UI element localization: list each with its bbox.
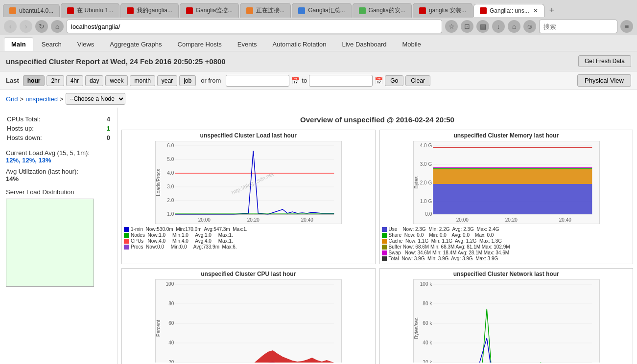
cpus-total-label: CPUs Total: [7, 115, 40, 123]
time-btn-month[interactable]: month [130, 75, 155, 86]
svg-text:20:20: 20:20 [247, 217, 260, 223]
back-button[interactable]: ‹ [4, 20, 17, 33]
bookmark-button[interactable]: ☆ [445, 20, 458, 33]
physical-view-button[interactable]: Physical View [577, 74, 631, 87]
home2-button[interactable]: ⌂ [508, 20, 520, 33]
tab-views[interactable]: Views [70, 37, 101, 51]
time-to-input[interactable] [309, 75, 373, 87]
load-chart-body: 6.0 5.0 4.0 3.0 2.0 1.0 Loads/Procs [122, 141, 375, 224]
svg-text:80: 80 [168, 301, 174, 306]
tab-favicon-4 [246, 7, 253, 14]
go-button[interactable]: Go [385, 75, 403, 86]
browser-tab-3[interactable]: Ganglia监控... [180, 3, 239, 18]
svg-text:100: 100 [166, 281, 174, 287]
svg-marker-34 [433, 168, 592, 169]
legend-color-procs [124, 245, 129, 250]
svg-text:20:20: 20:20 [505, 217, 517, 223]
account-button[interactable]: ☺ [523, 20, 536, 33]
time-btn-4hr[interactable]: 4hr [66, 75, 83, 86]
time-from-input[interactable] [226, 75, 289, 87]
browser-search-input[interactable] [539, 20, 617, 33]
close-tab-icon[interactable]: ✕ [533, 7, 538, 14]
mem-legend-row-3: Buffer Now: 68.6M Min: 68.3M Avg: 81.1M … [382, 244, 631, 250]
breadcrumb-node-select[interactable]: --Choose a Node [66, 93, 125, 105]
time-btn-job[interactable]: job [179, 75, 196, 86]
browser-tab-5[interactable]: Ganglia汇总... [292, 3, 351, 18]
hosts-down-label: Hosts down: [7, 134, 42, 141]
browser-tab-0[interactable]: ubantu14.0... [3, 4, 60, 17]
browser-tab-1[interactable]: 在 Ubuntu 1... [61, 3, 119, 18]
tab-automatic-rotation[interactable]: Automatic Rotation [265, 37, 334, 51]
calendar-from-icon[interactable]: 📅 [291, 77, 300, 85]
tab-label-8: Ganglia:: uns... [490, 7, 529, 14]
tab-label-0: ubantu14.0... [19, 7, 53, 14]
tab-mobile[interactable]: Mobile [395, 37, 428, 51]
legend-label-buffer: Buffer Now: 68.6M Min: 68.3M Avg: 81.1M … [389, 244, 510, 250]
memory-chart-svg: 4.0 G 3.0 G 2.0 G 1.0 G 0.0 Bytes [380, 141, 633, 224]
breadcrumb-unspecified[interactable]: unspecified [25, 95, 58, 103]
browser-tab-7[interactable]: ganglia 安装... [413, 3, 472, 18]
tab-label-6: Ganglia的安... [369, 6, 405, 15]
svg-marker-33 [433, 169, 592, 184]
download-button[interactable]: ↓ [492, 20, 505, 33]
svg-text:20: 20 [168, 360, 174, 363]
time-btn-day[interactable]: day [85, 75, 103, 86]
network-chart-svg: 100 k 80 k 60 k 40 k 20 k 0 Bytes/sec [380, 279, 633, 363]
legend-label-procs: Procs Now:0.0 Min:0.0 Avg:733.9m Max:6. [131, 244, 237, 250]
hosts-up-value: 1 [107, 125, 110, 132]
legend-label-cache: Cache Now: 1.1G Min: 1.1G Avg: 1.2G Max:… [389, 238, 502, 244]
current-load-value: 12%, 12%, 13% [6, 157, 51, 164]
reload-button[interactable]: ↻ [35, 20, 48, 33]
tab-live-dashboard[interactable]: Live Dashboard [334, 37, 394, 51]
load-chart: unspecified Cluster Load last hour [121, 130, 376, 264]
tab-favicon-0 [9, 7, 16, 14]
tab-compare-hosts[interactable]: Compare Hosts [170, 37, 229, 51]
pocket-button[interactable]: ▤ [476, 20, 489, 33]
svg-marker-35 [433, 167, 592, 168]
stat-row-hosts-down: Hosts down: 0 [7, 133, 110, 142]
calendar-to-icon[interactable]: 📅 [375, 77, 383, 85]
browser-tab-6[interactable]: Ganglia的安... [353, 3, 412, 18]
server-load-title: Server Load Distribution [6, 188, 111, 196]
breadcrumb-grid[interactable]: Grid [6, 95, 18, 103]
memory-chart-legend: Use Now: 2.3G Min: 2.2G Avg: 2.3G Max: 2… [380, 224, 633, 264]
browser-tab-2[interactable]: 我的ganglia... [120, 3, 179, 18]
cpu-chart-svg: 100 80 60 40 20 0 Percent [122, 279, 375, 363]
tab-label-1: 在 Ubuntu 1... [77, 6, 113, 15]
address-input[interactable] [67, 20, 442, 33]
cpu-chart: unspecified Cluster CPU last hour 100 [121, 268, 376, 364]
tab-aggregate-graphs[interactable]: Aggregate Graphs [102, 37, 169, 51]
home-button[interactable]: ⌂ [51, 20, 64, 33]
svg-text:3.0 G: 3.0 G [420, 161, 432, 167]
clear-button[interactable]: Clear [405, 75, 430, 86]
svg-text:20:40: 20:40 [301, 217, 313, 223]
memory-chart-body: 4.0 G 3.0 G 2.0 G 1.0 G 0.0 Bytes [380, 141, 633, 224]
browser-tab-4[interactable]: 正在连接... [240, 3, 291, 18]
network-chart-body: 100 k 80 k 60 k 40 k 20 k 0 Bytes/sec [380, 279, 633, 363]
time-btn-year[interactable]: year [157, 75, 177, 86]
time-btn-week[interactable]: week [105, 75, 128, 86]
tab-main[interactable]: Main [4, 37, 33, 51]
network-chart-title: unspecified Cluster Network last hour [380, 269, 633, 279]
tab-label-7: ganglia 安装... [429, 6, 466, 15]
cluster-title: unspecified Cluster Report at Wed, 24 Fe… [6, 57, 226, 66]
svg-text:Bytes/sec: Bytes/sec [414, 318, 419, 339]
browser-tab-8[interactable]: Ganglia:: uns... ✕ [473, 4, 544, 17]
legend-label-nodes: Nodes Now:1.0 Min:1.0 Avg:1.0 Max:1. [131, 232, 233, 238]
reader-button[interactable]: ⊡ [461, 20, 473, 33]
time-btn-hour[interactable]: hour [23, 75, 45, 86]
time-btn-2hr[interactable]: 2hr [47, 75, 64, 86]
tab-label-2: 我的ganglia... [137, 6, 172, 15]
forward-button[interactable]: › [20, 20, 32, 33]
svg-text:5.0: 5.0 [167, 157, 174, 162]
load-legend-row-2: CPUs Now:4.0 Min:4.0 Avg:4.0 Max:1. [124, 238, 373, 244]
menu-button[interactable]: ≡ [620, 20, 633, 33]
get-fresh-data-button[interactable]: Get Fresh Data [578, 55, 631, 67]
current-load-label: Current Load Avg (15, 5, 1m): [6, 149, 90, 157]
tab-favicon-1 [67, 7, 74, 14]
tab-search[interactable]: Search [34, 37, 69, 51]
avg-util-value: 14% [6, 175, 19, 182]
tab-events[interactable]: Events [230, 37, 264, 51]
svg-text:60 k: 60 k [423, 320, 432, 326]
new-tab-button[interactable]: + [545, 3, 559, 18]
